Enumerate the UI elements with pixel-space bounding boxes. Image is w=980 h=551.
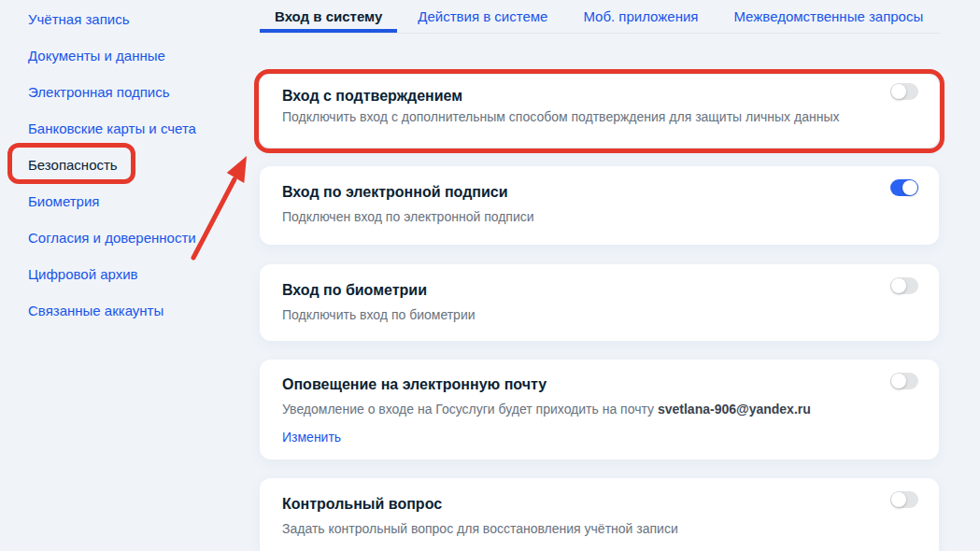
card-description: Подключить вход с дополнительным способо…	[282, 109, 883, 125]
card-title: Контрольный вопрос	[282, 496, 883, 512]
tab-bar: Вход в систему Действия в системе Моб. п…	[260, 0, 941, 34]
notification-email: svetlana-906@yandex.ru	[658, 402, 811, 417]
sidebar-item-documents[interactable]: Документы и данные	[28, 49, 243, 64]
card-description: Задать контрольный вопрос для восстановл…	[282, 521, 883, 537]
sidebar-item-account[interactable]: Учётная запись	[28, 12, 243, 27]
toggle-login-confirmation[interactable]	[890, 83, 918, 100]
card-description: Подключен вход по электронной подписи	[282, 209, 883, 225]
card-title: Вход по биометрии	[282, 282, 883, 298]
sidebar-item-biometrics[interactable]: Биометрия	[28, 194, 243, 209]
sidebar-item-consents[interactable]: Согласия и доверенности	[28, 231, 243, 246]
card-esignature-login: Вход по электронной подписи Подключен вх…	[260, 166, 939, 245]
toggle-email-notification[interactable]	[890, 373, 918, 389]
toggle-knob	[902, 180, 917, 195]
tab-mobile-apps[interactable]: Моб. приложения	[568, 0, 713, 33]
tab-system-login[interactable]: Вход в систему	[260, 0, 397, 33]
card-description-text: Уведомление о входе на Госуслуги будет п…	[282, 402, 658, 417]
toggle-knob	[891, 84, 906, 99]
card-description: Подключить вход по биометрии	[282, 307, 883, 323]
card-login-confirmation: Вход с подтверждением Подключить вход с …	[260, 75, 939, 148]
sidebar-item-linked-accounts[interactable]: Связанные аккаунты	[28, 304, 243, 318]
toggle-knob	[891, 492, 906, 507]
toggle-biometric-login[interactable]	[890, 277, 918, 294]
tab-interagency-requests[interactable]: Межведомственные запросы	[718, 0, 938, 33]
toggle-knob	[891, 278, 906, 293]
toggle-security-question[interactable]	[890, 491, 918, 508]
sidebar-item-bank-cards[interactable]: Банковские карты и счета	[28, 121, 243, 136]
card-email-notification: Оповещение на электронную почту Уведомле…	[260, 360, 939, 459]
card-biometric-login: Вход по биометрии Подключить вход по био…	[260, 264, 939, 341]
toggle-knob	[891, 374, 906, 389]
sidebar: Учётная запись Документы и данные Электр…	[28, 12, 243, 318]
change-email-link[interactable]: Изменить	[282, 430, 341, 445]
toggle-esignature-login[interactable]	[890, 179, 918, 196]
card-title: Вход с подтверждением	[282, 88, 883, 104]
card-description: Уведомление о входе на Госуслуги будет п…	[282, 402, 883, 417]
sidebar-item-digital-archive[interactable]: Цифровой архив	[28, 267, 243, 282]
sidebar-item-security[interactable]: Безопасность	[28, 158, 243, 173]
sidebar-item-esignature[interactable]: Электронная подпись	[28, 85, 243, 100]
tab-system-actions[interactable]: Действия в системе	[403, 0, 562, 33]
card-title: Оповещение на электронную почту	[282, 376, 883, 392]
card-security-question: Контрольный вопрос Задать контрольный во…	[260, 478, 939, 551]
card-title: Вход по электронной подписи	[282, 184, 883, 200]
